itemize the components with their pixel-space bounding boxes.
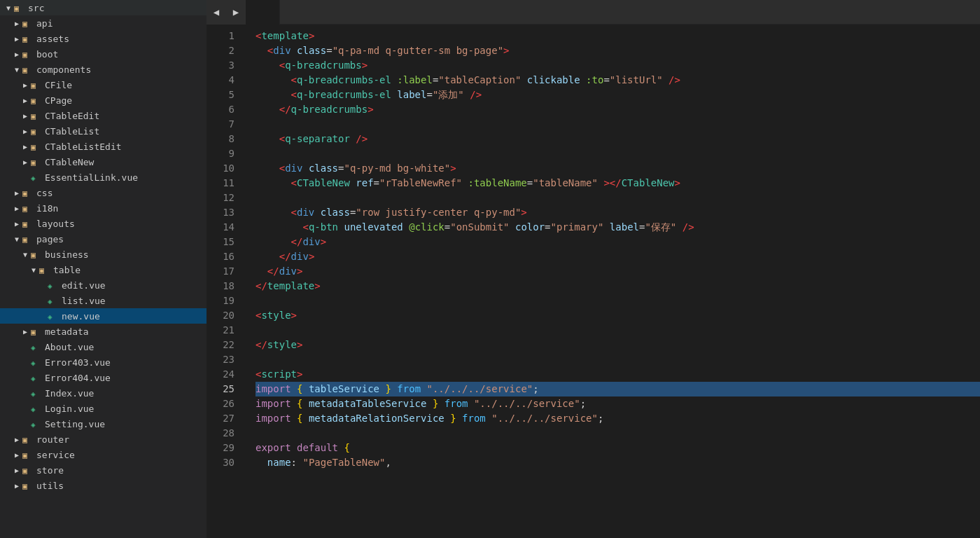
folder-icon-service xyxy=(22,450,34,460)
code-content[interactable]: <template> <div class="q-pa-md q-gutter-… xyxy=(241,25,980,538)
sidebar-item-src[interactable]: ▼src xyxy=(0,0,206,15)
code-line-16: </div> xyxy=(255,249,980,264)
code-line-7 xyxy=(255,117,980,132)
line-number-14: 14 xyxy=(206,220,234,235)
code-line-17: </div> xyxy=(255,264,980,279)
tree-arrow-business: ▼ xyxy=(20,251,31,258)
sidebar-item-pages[interactable]: ▼pages xyxy=(0,231,206,247)
sidebar-item-store[interactable]: ▶store xyxy=(0,462,206,478)
code-line-20: <style> xyxy=(255,308,980,323)
code-line-23 xyxy=(255,352,980,367)
code-line-12 xyxy=(255,191,980,205)
sidebar-item-CFile[interactable]: ▶CFile xyxy=(0,77,206,92)
tree-label-list.vue: list.vue xyxy=(62,296,106,306)
line-number-15: 15 xyxy=(206,235,234,249)
sidebar-item-service[interactable]: ▶service xyxy=(0,447,206,462)
code-line-13: <div class="row justify-center q-py-md"> xyxy=(255,205,980,220)
sidebar-item-css[interactable]: ▶css xyxy=(0,185,206,200)
folder-icon-pages xyxy=(22,234,34,244)
tree-label-About.vue: About.vue xyxy=(45,342,94,352)
sidebar-item-CTableList[interactable]: ▶CTableList xyxy=(0,123,206,139)
sidebar-item-Error403.vue[interactable]: Error403.vue xyxy=(0,354,206,370)
tree-arrow-CTableEdit: ▶ xyxy=(20,112,31,120)
sidebar-item-Index.vue[interactable]: Index.vue xyxy=(0,385,206,401)
sidebar-item-Login.vue[interactable]: Login.vue xyxy=(0,401,206,416)
tree-arrow-service: ▶ xyxy=(11,451,22,459)
tab-close-button[interactable] xyxy=(261,6,272,18)
tree-arrow-boot: ▶ xyxy=(11,50,22,58)
sidebar-item-list.vue[interactable]: list.vue xyxy=(0,293,206,308)
sidebar-item-api[interactable]: ▶api xyxy=(0,15,206,31)
line-number-4: 4 xyxy=(206,73,234,88)
folder-icon-CPage xyxy=(31,95,42,105)
sidebar-item-layouts[interactable]: ▶layouts xyxy=(0,216,206,231)
tree-label-edit.vue: edit.vue xyxy=(62,280,106,291)
code-line-10: <div class="q-py-md bg-white"> xyxy=(255,161,980,176)
sidebar-item-boot[interactable]: ▶boot xyxy=(0,46,206,62)
tree-arrow-api: ▶ xyxy=(11,20,22,27)
code-line-11: <CTableNew ref="rTableNewRef" :tableName… xyxy=(255,176,980,191)
tree-arrow-pages: ▼ xyxy=(11,235,22,243)
code-line-15: </div> xyxy=(255,235,980,249)
sidebar-item-components[interactable]: ▼components xyxy=(0,62,206,77)
folder-icon-api xyxy=(22,18,34,28)
tree-label-components: components xyxy=(36,64,91,75)
sidebar-item-table[interactable]: ▼table xyxy=(0,262,206,277)
line-number-27: 27 xyxy=(206,411,234,426)
sidebar-item-metadata[interactable]: ▶metadata xyxy=(0,324,206,339)
line-number-12: 12 xyxy=(206,191,234,205)
code-line-22: </style> xyxy=(255,338,980,352)
tree-label-Error404.vue: Error404.vue xyxy=(45,373,111,383)
vue-icon-list.vue xyxy=(48,296,59,305)
line-number-6: 6 xyxy=(206,102,234,117)
tree-label-utils: utils xyxy=(36,481,64,491)
sidebar-item-CTableNew[interactable]: ▶CTableNew xyxy=(0,154,206,170)
tree-label-store: store xyxy=(36,465,64,476)
sidebar-item-EssentialLink.vue[interactable]: EssentialLink.vue xyxy=(0,170,206,185)
line-number-20: 20 xyxy=(206,308,234,323)
tree-label-src: src xyxy=(28,3,44,13)
line-number-1: 1 xyxy=(206,29,234,43)
code-line-25: import { tableService } from "../../../s… xyxy=(255,382,980,396)
tree-label-Setting.vue: Setting.vue xyxy=(45,419,105,429)
file-explorer[interactable]: ▼src▶api▶assets▶boot▼components▶CFile▶CP… xyxy=(0,0,206,538)
tree-label-new.vue: new.vue xyxy=(62,311,100,322)
sidebar-item-edit.vue[interactable]: edit.vue xyxy=(0,277,206,293)
tab-nav-prev[interactable]: ◀ xyxy=(206,0,226,25)
tab-new-vue[interactable] xyxy=(246,0,280,25)
tree-arrow-router: ▶ xyxy=(11,436,22,443)
folder-icon-business xyxy=(31,249,42,259)
sidebar-item-business[interactable]: ▼business xyxy=(0,247,206,262)
tree-arrow-src: ▼ xyxy=(3,4,14,12)
sidebar-item-CTableEdit[interactable]: ▶CTableEdit xyxy=(0,108,206,123)
tab-nav-next[interactable]: ▶ xyxy=(226,0,246,25)
sidebar-item-utils[interactable]: ▶utils xyxy=(0,478,206,493)
tree-label-CFile: CFile xyxy=(45,80,72,90)
sidebar-item-About.vue[interactable]: About.vue xyxy=(0,339,206,354)
vue-icon-About.vue xyxy=(31,342,42,352)
sidebar-item-assets[interactable]: ▶assets xyxy=(0,31,206,46)
line-number-18: 18 xyxy=(206,279,234,294)
code-line-21 xyxy=(255,323,980,338)
folder-icon-css xyxy=(22,188,34,198)
tree-label-table: table xyxy=(53,265,80,275)
sidebar-item-CPage[interactable]: ▶CPage xyxy=(0,92,206,108)
line-number-3: 3 xyxy=(206,58,234,73)
tree-label-CTableListEdit: CTableListEdit xyxy=(45,142,122,152)
sidebar-item-router[interactable]: ▶router xyxy=(0,432,206,447)
sidebar-item-CTableListEdit[interactable]: ▶CTableListEdit xyxy=(0,139,206,154)
tree-label-boot: boot xyxy=(36,49,58,60)
sidebar-item-Setting.vue[interactable]: Setting.vue xyxy=(0,416,206,432)
line-number-25: 25 xyxy=(206,382,234,396)
tab-bar: ◀ ▶ xyxy=(206,0,980,25)
code-line-18: </template> xyxy=(255,279,980,294)
code-line-24: <script> xyxy=(255,367,980,382)
sidebar-item-Error404.vue[interactable]: Error404.vue xyxy=(0,370,206,385)
tree-label-EssentialLink.vue: EssentialLink.vue xyxy=(45,172,138,183)
tree-label-css: css xyxy=(36,188,52,198)
sidebar-item-new.vue[interactable]: new.vue xyxy=(0,308,206,324)
tree-arrow-table: ▼ xyxy=(28,266,39,274)
sidebar-item-i18n[interactable]: ▶i18n xyxy=(0,200,206,216)
tree-label-Index.vue: Index.vue xyxy=(45,388,94,399)
code-line-30: name: "PageTableNew", xyxy=(255,455,980,470)
